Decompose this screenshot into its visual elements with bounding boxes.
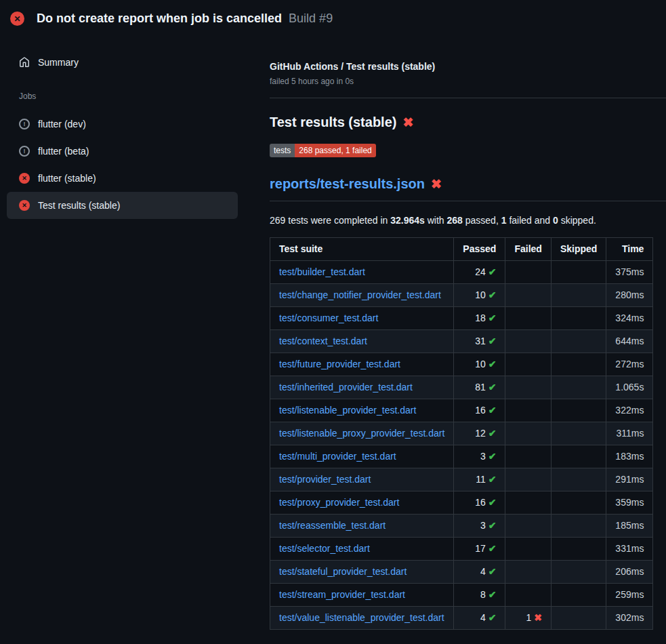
check-icon: ✔ (488, 289, 497, 300)
test-suite-link[interactable]: test/consumer_test.dart (279, 313, 378, 323)
test-suite-link[interactable]: test/stream_provider_test.dart (279, 589, 405, 600)
failed-cell (505, 515, 551, 538)
sidebar-job-test-results-stable[interactable]: Test results (stable) (7, 192, 238, 219)
test-suite-link[interactable]: test/multi_provider_test.dart (279, 451, 396, 462)
skipped-cell (551, 515, 606, 538)
table-row: test/future_provider_test.dart10 ✔272ms (270, 353, 653, 376)
skipped-cell (551, 468, 606, 491)
table-row: test/stream_provider_test.dart8 ✔259ms (270, 584, 653, 607)
passed-cell: 3 ✔ (454, 515, 505, 538)
sidebar-job-flutter-beta[interactable]: flutter (beta) (7, 138, 238, 165)
suite-cell: test/reassemble_test.dart (270, 515, 454, 538)
failed-cell (505, 307, 551, 330)
passed-cell: 4 ✔ (454, 607, 505, 630)
column-header: Passed (454, 238, 505, 261)
time-cell: 302ms (606, 607, 653, 630)
main-content: GitHub Actions / Test results (stable) f… (270, 36, 666, 630)
test-suite-link[interactable]: test/stateful_provider_test.dart (279, 566, 407, 577)
results-table: Test suitePassedFailedSkippedTime test/b… (270, 237, 653, 630)
failed-cell (505, 491, 551, 515)
test-suite-link[interactable]: test/listenable_provider_test.dart (279, 405, 416, 416)
suite-cell: test/consumer_test.dart (270, 307, 454, 330)
failed-cell (505, 284, 551, 307)
test-suite-link[interactable]: test/context_test.dart (279, 336, 367, 346)
badge-label: tests (270, 144, 295, 157)
time-cell: 311ms (606, 422, 653, 445)
check-icon: ✔ (488, 428, 497, 439)
check-icon: ✔ (488, 520, 497, 531)
section-title-text: Test results (stable) (270, 115, 396, 130)
table-row: test/multi_provider_test.dart3 ✔183ms (270, 445, 653, 468)
skipped-cell (551, 307, 606, 330)
failed-cell (505, 468, 551, 491)
sidebar-item-summary[interactable]: Summary (7, 49, 238, 75)
table-row: test/stateful_provider_test.dart4 ✔206ms (270, 561, 653, 584)
time-cell: 259ms (606, 584, 653, 607)
test-suite-link[interactable]: test/provider_test.dart (279, 474, 371, 485)
section-title: Test results (stable) (270, 115, 666, 130)
table-row: test/builder_test.dart24 ✔375ms (270, 261, 653, 284)
summary-label: Summary (38, 57, 79, 68)
tests-badge: tests 268 passed, 1 failed (270, 144, 376, 157)
passed-cell: 16 ✔ (454, 491, 505, 515)
time-cell: 331ms (606, 538, 653, 561)
report-link[interactable]: reports/test-results.json (270, 176, 425, 192)
suite-cell: test/listenable_proxy_provider_test.dart (270, 422, 454, 445)
report-title: reports/test-results.json (270, 176, 666, 201)
failed-cell (505, 445, 551, 468)
passed-cell: 8 ✔ (454, 584, 505, 607)
sidebar-job-flutter-stable[interactable]: flutter (stable) (7, 165, 238, 192)
test-suite-link[interactable]: test/change_notifier_provider_test.dart (279, 289, 441, 300)
table-row: test/selector_test.dart17 ✔331ms (270, 538, 653, 561)
skipped-cell (551, 399, 606, 422)
summary-line: 269 tests were completed in 32.964s with… (270, 215, 666, 226)
test-suite-link[interactable]: test/value_listenable_provider_test.dart (279, 612, 444, 623)
run-status-line: failed 5 hours ago in 0s (270, 77, 666, 86)
home-icon (19, 57, 30, 68)
failed-cell (505, 261, 551, 284)
passed-cell: 18 ✔ (454, 307, 505, 330)
skipped-cell (551, 376, 606, 399)
check-icon: ✔ (488, 359, 497, 369)
skipped-cell (551, 607, 606, 630)
divider (270, 98, 666, 98)
suite-cell: test/context_test.dart (270, 330, 454, 353)
alert-circle-icon (19, 146, 30, 157)
test-suite-link[interactable]: test/builder_test.dart (279, 266, 365, 277)
results-table-head-row: Test suitePassedFailedSkippedTime (270, 238, 653, 261)
test-suite-link[interactable]: test/reassemble_test.dart (279, 520, 386, 531)
jobs-list: flutter (dev)flutter (beta)flutter (stab… (7, 110, 238, 219)
test-suite-link[interactable]: test/selector_test.dart (279, 543, 370, 554)
passed-cell: 11 ✔ (454, 468, 505, 491)
failed-x-icon (431, 176, 442, 192)
test-suite-link[interactable]: test/proxy_provider_test.dart (279, 497, 399, 508)
test-suite-link[interactable]: test/future_provider_test.dart (279, 359, 400, 369)
test-suite-link[interactable]: test/inherited_provider_test.dart (279, 382, 413, 393)
check-icon: ✔ (488, 566, 497, 577)
badge-value: 268 passed, 1 failed (295, 144, 375, 157)
check-icon: ✔ (488, 405, 497, 416)
passed-cell: 24 ✔ (454, 261, 505, 284)
suite-cell: test/selector_test.dart (270, 538, 454, 561)
skipped-cell (551, 261, 606, 284)
time-cell: 291ms (606, 468, 653, 491)
check-icon: ✔ (488, 474, 497, 485)
suite-cell: test/stream_provider_test.dart (270, 584, 454, 607)
passed-cell: 31 ✔ (454, 330, 505, 353)
suite-cell: test/multi_provider_test.dart (270, 445, 454, 468)
passed-cell: 3 ✔ (454, 445, 505, 468)
check-icon: ✔ (488, 266, 497, 277)
sidebar-job-flutter-dev[interactable]: flutter (dev) (7, 110, 238, 138)
time-cell: 185ms (606, 515, 653, 538)
column-header: Test suite (270, 238, 454, 261)
page-title: Do not create report when job is cancell… (37, 12, 282, 26)
skipped-cell (551, 491, 606, 515)
table-row: test/inherited_provider_test.dart81 ✔1.0… (270, 376, 653, 399)
table-row: test/proxy_provider_test.dart16 ✔359ms (270, 491, 653, 515)
time-cell: 1.065s (606, 376, 653, 399)
x-circle-icon (19, 173, 30, 184)
skipped-cell (551, 584, 606, 607)
x-circle-icon (19, 200, 30, 211)
test-suite-link[interactable]: test/listenable_proxy_provider_test.dart (279, 428, 444, 439)
time-cell: 375ms (606, 261, 653, 284)
